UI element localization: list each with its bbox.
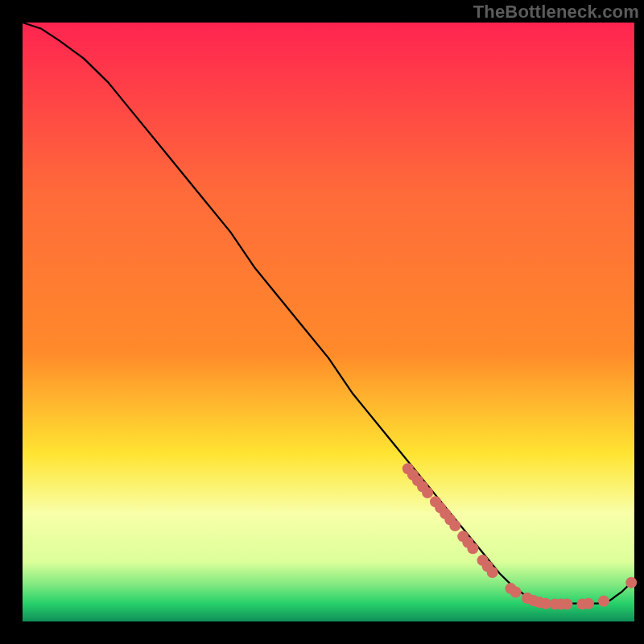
datapoint-dot xyxy=(625,577,637,588)
datapoint-dot xyxy=(510,587,522,598)
watermark-text: TheBottleneck.com xyxy=(473,2,639,23)
datapoint-dot xyxy=(598,596,609,607)
datapoint-dot xyxy=(561,598,572,609)
datapoint-dot xyxy=(422,487,433,498)
datapoint-dot xyxy=(487,567,498,578)
datapoint-dot xyxy=(449,520,460,531)
datapoint-dot xyxy=(583,598,594,609)
plot-background xyxy=(23,23,634,621)
datapoint-dot xyxy=(467,543,478,554)
chart-stage: TheBottleneck.com xyxy=(0,0,644,644)
bottleneck-chart xyxy=(0,0,644,644)
